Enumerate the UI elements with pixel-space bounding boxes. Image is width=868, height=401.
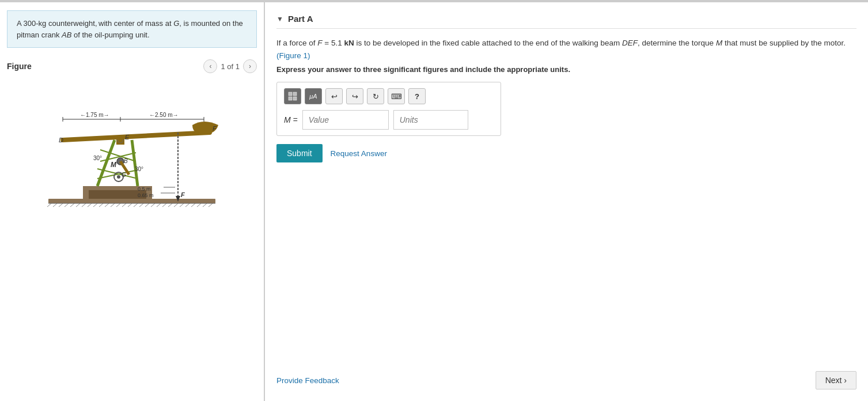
svg-rect-0 bbox=[48, 199, 215, 203]
svg-line-20 bbox=[151, 203, 155, 207]
refresh-button[interactable]: ↻ bbox=[367, 88, 384, 104]
svg-line-24 bbox=[174, 203, 178, 207]
svg-rect-69 bbox=[293, 92, 297, 96]
svg-text:M: M bbox=[111, 161, 117, 169]
svg-rect-71 bbox=[293, 97, 297, 100]
svg-line-30 bbox=[209, 203, 213, 207]
undo-button[interactable]: ↩ bbox=[325, 88, 343, 104]
keyboard-button[interactable]: ⌨ bbox=[388, 88, 405, 104]
provide-feedback-link[interactable]: Provide Feedback bbox=[276, 376, 339, 385]
matrix-icon bbox=[288, 92, 297, 101]
svg-line-7 bbox=[76, 203, 80, 207]
main-layout: A 300-kg counterweight, with center of m… bbox=[0, 2, 868, 401]
figure-ref-link[interactable]: (Figure 1) bbox=[276, 51, 310, 60]
figure-section: Figure ‹ 1 of 1 › bbox=[0, 54, 264, 216]
figure-header: Figure ‹ 1 of 1 › bbox=[7, 59, 257, 73]
pump-figure: D E F ←1.75 m→ ←2.50 m→ bbox=[25, 78, 238, 210]
figure-next-button[interactable]: › bbox=[243, 59, 257, 73]
next-button[interactable]: Next › bbox=[816, 371, 856, 389]
svg-line-13 bbox=[111, 203, 115, 207]
svg-text:E: E bbox=[125, 134, 130, 141]
svg-line-23 bbox=[168, 203, 172, 207]
svg-rect-68 bbox=[289, 92, 292, 96]
figure-counter: 1 of 1 bbox=[221, 62, 240, 71]
svg-line-14 bbox=[116, 203, 120, 207]
svg-line-3 bbox=[53, 203, 57, 207]
figure-image-container: D E F ←1.75 m→ ←2.50 m→ bbox=[7, 78, 257, 210]
svg-line-8 bbox=[82, 203, 86, 207]
svg-line-11 bbox=[99, 203, 103, 207]
formula-toolbar: μA ↩ ↪ ↻ ⌨ bbox=[284, 88, 494, 104]
mu-button[interactable]: μA bbox=[305, 88, 322, 104]
svg-line-25 bbox=[180, 203, 184, 207]
svg-line-41 bbox=[63, 133, 210, 140]
svg-line-22 bbox=[162, 203, 166, 207]
svg-line-16 bbox=[128, 203, 132, 207]
action-row: Submit Request Answer bbox=[276, 144, 856, 162]
svg-text:30°: 30° bbox=[93, 155, 102, 161]
value-input[interactable] bbox=[302, 110, 389, 130]
svg-text:F: F bbox=[181, 191, 185, 198]
problem-statement: A 300-kg counterweight, with center of m… bbox=[7, 10, 257, 48]
svg-line-15 bbox=[122, 203, 126, 207]
svg-text:0.65 m: 0.65 m bbox=[138, 192, 154, 198]
svg-text:G: G bbox=[122, 172, 126, 178]
request-answer-link[interactable]: Request Answer bbox=[331, 149, 387, 158]
svg-line-5 bbox=[65, 203, 69, 207]
svg-line-10 bbox=[93, 203, 97, 207]
m-label: M = bbox=[284, 115, 298, 124]
submit-button[interactable]: Submit bbox=[276, 144, 323, 162]
svg-text:←2.50 m→: ←2.50 m→ bbox=[149, 112, 179, 118]
right-panel: ▼ Part A If a force of F = 5.1 kN is to … bbox=[265, 2, 868, 401]
part-header: ▼ Part A bbox=[276, 8, 856, 29]
express-instruction: Express your answer to three significant… bbox=[276, 65, 856, 74]
svg-line-29 bbox=[203, 203, 207, 207]
formula-box: μA ↩ ↪ ↻ ⌨ bbox=[276, 82, 501, 136]
svg-line-34 bbox=[132, 140, 138, 186]
svg-text:B: B bbox=[124, 158, 128, 164]
matrix-button[interactable] bbox=[284, 88, 301, 104]
bottom-bar: Provide Feedback Next › bbox=[265, 371, 868, 389]
figure-prev-button[interactable]: ‹ bbox=[203, 59, 217, 73]
left-panel: A 300-kg counterweight, with center of m… bbox=[0, 2, 265, 401]
svg-line-6 bbox=[70, 203, 74, 207]
figure-nav: ‹ 1 of 1 › bbox=[203, 59, 257, 73]
part-title: Part A bbox=[288, 14, 313, 24]
svg-line-19 bbox=[145, 203, 149, 207]
redo-button[interactable]: ↪ bbox=[346, 88, 363, 104]
help-button[interactable]: ? bbox=[408, 88, 426, 104]
svg-line-4 bbox=[59, 203, 63, 207]
svg-line-2 bbox=[47, 203, 51, 207]
svg-text:←1.75 m→: ←1.75 m→ bbox=[80, 112, 109, 118]
svg-rect-70 bbox=[289, 97, 292, 100]
svg-point-57 bbox=[117, 175, 120, 179]
svg-text:30°: 30° bbox=[135, 166, 143, 172]
svg-line-18 bbox=[139, 203, 143, 207]
units-input[interactable] bbox=[393, 110, 468, 130]
question-text: If a force of F = 5.1 kN is to be develo… bbox=[276, 37, 856, 62]
svg-line-17 bbox=[134, 203, 138, 207]
part-collapse-arrow[interactable]: ▼ bbox=[276, 15, 283, 23]
svg-line-28 bbox=[197, 203, 201, 207]
figure-title: Figure bbox=[7, 62, 32, 71]
svg-text:D: D bbox=[59, 137, 63, 143]
input-row: M = bbox=[284, 110, 494, 130]
svg-line-27 bbox=[191, 203, 195, 207]
svg-line-26 bbox=[185, 203, 189, 207]
svg-line-9 bbox=[88, 203, 92, 207]
svg-line-12 bbox=[105, 203, 109, 207]
svg-text:0.5 m: 0.5 m bbox=[138, 186, 151, 192]
svg-line-21 bbox=[157, 203, 161, 207]
part-section: ▼ Part A If a force of F = 5.1 kN is to … bbox=[276, 8, 856, 162]
